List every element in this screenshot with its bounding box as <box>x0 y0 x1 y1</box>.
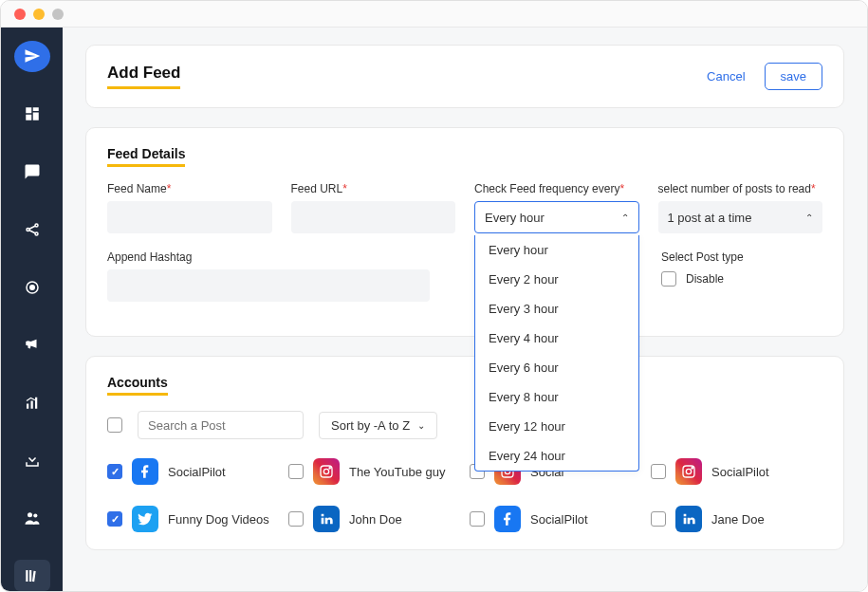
hashtag-label: Append Hashtag <box>107 250 430 264</box>
account-name: SocialPilot <box>711 465 769 479</box>
account-checkbox[interactable] <box>651 464 666 479</box>
save-button[interactable]: save <box>765 63 822 90</box>
sidebar <box>1 28 63 591</box>
search-input[interactable] <box>148 418 307 433</box>
feed-name-label: Feed Name* <box>107 182 272 195</box>
library-icon <box>24 567 41 584</box>
sidebar-item-dashboard[interactable] <box>14 99 50 130</box>
minimize-window-dot[interactable] <box>33 9 45 20</box>
svg-point-22 <box>323 469 328 473</box>
team-icon <box>23 509 42 527</box>
account-name: Funny Dog Videos <box>168 512 269 527</box>
feed-url-field: Feed URL* <box>291 182 456 233</box>
select-all-checkbox[interactable] <box>107 417 122 433</box>
sidebar-item-share[interactable] <box>14 213 50 245</box>
posts-value: 1 post at a time <box>668 211 752 225</box>
inbox-download-icon <box>24 452 41 469</box>
svg-rect-2 <box>32 113 38 120</box>
disable-label: Disable <box>686 272 724 286</box>
dashboard-icon <box>24 105 41 122</box>
header-card: Add Feed Cancel save <box>85 45 844 108</box>
sidebar-item-inbox[interactable] <box>14 445 50 476</box>
frequency-select[interactable]: Every hour ⌃ <box>474 201 639 233</box>
sidebar-item-navigate[interactable] <box>14 41 50 72</box>
frequency-dropdown: Every hour Every 2 hour Every 3 hour Eve… <box>474 235 639 472</box>
frequency-value: Every hour <box>485 211 545 225</box>
svg-line-7 <box>29 226 35 229</box>
freq-option[interactable]: Every 6 hour <box>475 353 638 382</box>
main-content: Add Feed Cancel save Feed Details Feed N… <box>63 28 867 591</box>
svg-rect-12 <box>30 401 32 409</box>
sidebar-item-library[interactable] <box>14 560 50 591</box>
account-item: Jane Doe <box>651 506 822 532</box>
freq-option[interactable]: Every 12 hour <box>475 412 638 441</box>
cancel-link[interactable]: Cancel <box>707 69 745 83</box>
freq-option[interactable]: Every 4 hour <box>475 324 638 353</box>
hashtag-input[interactable] <box>107 269 430 302</box>
sidebar-item-team[interactable] <box>14 502 50 533</box>
posts-field: select number of posts to read* 1 post a… <box>658 182 823 233</box>
account-checkbox[interactable] <box>107 464 122 479</box>
account-item: SocialPilot <box>651 458 822 485</box>
account-checkbox[interactable] <box>107 511 122 527</box>
freq-option[interactable]: Every 24 hour <box>475 441 638 471</box>
accounts-card: Accounts Sort by -A to Z ⌄ SocialPilotTh… <box>85 356 844 550</box>
freq-option[interactable]: Every 3 hour <box>475 294 638 324</box>
fb-icon <box>494 506 521 532</box>
feed-name-input[interactable] <box>107 201 272 233</box>
maximize-window-dot[interactable] <box>52 9 64 20</box>
accounts-grid: SocialPilotThe YouTube guySocialSocialPi… <box>107 458 822 532</box>
sort-label: Sort by -A to Z <box>331 418 410 433</box>
chart-icon <box>24 394 41 411</box>
account-name: SocialPilot <box>530 512 588 527</box>
svg-point-28 <box>686 469 691 473</box>
frequency-field: Check Feed frequency every* Every hour ⌃… <box>474 182 639 233</box>
hashtag-field: Append Hashtag <box>107 250 430 302</box>
close-window-dot[interactable] <box>14 9 26 20</box>
account-checkbox[interactable] <box>470 511 485 527</box>
feed-name-field: Feed Name* <box>107 182 272 233</box>
account-name: Jane Doe <box>711 512 765 527</box>
account-item: Funny Dog Videos <box>107 506 279 532</box>
freq-option[interactable]: Every hour <box>475 235 638 265</box>
sidebar-item-target[interactable] <box>14 271 50 303</box>
search-wrap <box>138 411 304 439</box>
account-checkbox[interactable] <box>288 511 304 527</box>
sidebar-item-analytics[interactable] <box>14 387 50 418</box>
target-icon <box>24 279 41 296</box>
window-controls <box>1 1 867 28</box>
sidebar-item-messages[interactable] <box>14 157 50 188</box>
freq-option[interactable]: Every 8 hour <box>475 382 638 412</box>
feed-details-title: Feed Details <box>107 146 185 167</box>
svg-rect-16 <box>26 570 28 582</box>
account-item: John Doe <box>288 506 460 532</box>
account-checkbox[interactable] <box>288 464 304 479</box>
svg-point-4 <box>27 228 29 231</box>
chevron-up-icon: ⌃ <box>805 213 813 223</box>
svg-rect-1 <box>32 107 38 111</box>
li-icon <box>675 506 702 532</box>
account-name: SocialPilot <box>168 465 226 479</box>
account-item: SocialPilot <box>107 458 279 485</box>
feed-details-card: Feed Details Feed Name* Feed URL* Check … <box>85 127 844 337</box>
chevron-down-icon: ⌄ <box>417 420 425 431</box>
page-title: Add Feed <box>107 64 180 89</box>
li-icon <box>313 506 340 532</box>
freq-option[interactable]: Every 2 hour <box>475 265 638 294</box>
chevron-up-icon: ⌃ <box>621 213 629 223</box>
svg-rect-0 <box>26 107 31 113</box>
svg-point-29 <box>692 468 693 469</box>
posts-select[interactable]: 1 post at a time ⌃ <box>658 201 823 233</box>
svg-point-5 <box>35 224 38 227</box>
feed-url-input[interactable] <box>291 201 456 233</box>
feed-url-label: Feed URL* <box>291 182 456 195</box>
sidebar-item-announce[interactable] <box>14 329 50 361</box>
megaphone-icon <box>24 336 41 353</box>
account-checkbox[interactable] <box>651 511 666 527</box>
post-type-field: Select Post type Disable <box>661 250 822 302</box>
sort-select[interactable]: Sort by -A to Z ⌄ <box>319 412 437 439</box>
account-item: SocialPilot <box>470 506 641 532</box>
disable-checkbox[interactable] <box>661 271 676 287</box>
svg-point-10 <box>29 285 34 289</box>
accounts-title: Accounts <box>107 375 168 396</box>
